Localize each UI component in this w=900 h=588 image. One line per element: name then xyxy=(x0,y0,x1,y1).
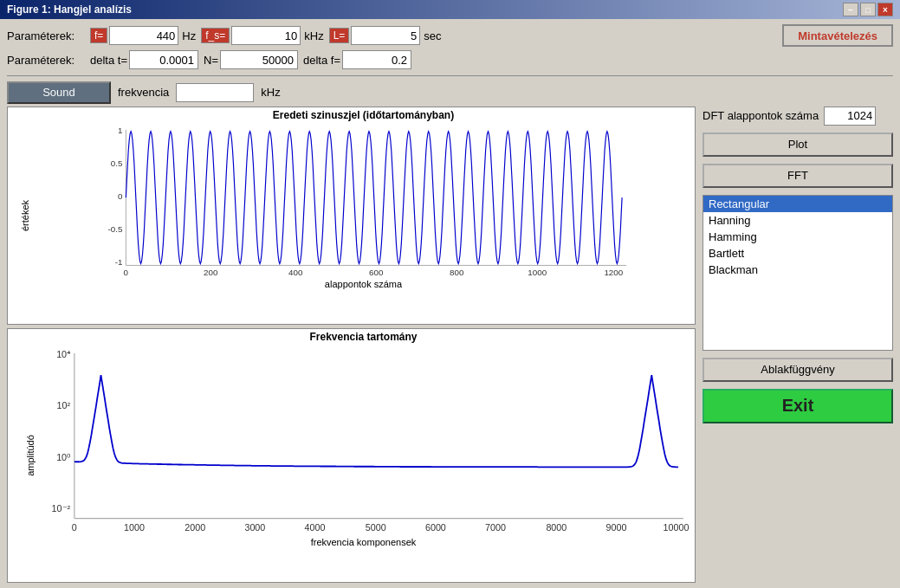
divider-1 xyxy=(7,75,893,77)
delta-f-value: 0.2 xyxy=(342,50,411,69)
N-value: 50000 xyxy=(220,50,298,69)
svg-text:0: 0 xyxy=(124,268,129,277)
svg-text:6000: 6000 xyxy=(425,522,446,533)
plot-button[interactable]: Plot xyxy=(703,132,893,157)
N-label: N= xyxy=(204,54,218,67)
L-key: L= xyxy=(329,28,350,43)
params-label-2: Paraméterek: xyxy=(7,54,85,67)
L-value-display: 5 xyxy=(351,26,420,45)
controls-row: Sound frekvencia kHz xyxy=(7,81,893,103)
chart2-ylabel: amplitúdó xyxy=(25,435,36,476)
fft-button[interactable]: FFT xyxy=(703,164,893,188)
window-title: Figure 1: Hangjel analízis xyxy=(7,3,132,16)
minimize-button[interactable]: − xyxy=(843,3,858,16)
maximize-button[interactable]: □ xyxy=(860,3,876,16)
delta-f-label: delta f= xyxy=(303,54,340,67)
chart1-ylabel: értékek xyxy=(20,200,30,231)
svg-text:7000: 7000 xyxy=(485,522,506,533)
svg-text:10⁻²: 10⁻² xyxy=(52,503,71,514)
svg-text:5000: 5000 xyxy=(366,522,386,533)
svg-text:4000: 4000 xyxy=(305,522,326,533)
fs-unit: kHz xyxy=(304,29,323,42)
svg-text:0.5: 0.5 xyxy=(111,158,123,168)
N-group: N= 50000 xyxy=(204,50,298,69)
params-row-1: Paraméterek: f= 440 Hz f_s= 10 kHz L= 5 … xyxy=(7,24,893,47)
svg-text:10⁴: 10⁴ xyxy=(56,348,71,359)
delta-t-group: delta t= 0.0001 xyxy=(90,50,198,69)
svg-text:1000: 1000 xyxy=(528,268,547,277)
svg-text:0: 0 xyxy=(72,522,77,533)
window-function-button[interactable]: Ablakfüggvény xyxy=(703,358,893,382)
chart1-svg: 1 0.5 0 -0.5 -1 0 200 400 600 800 1000 1… xyxy=(32,121,695,291)
fs-value-display: 10 xyxy=(231,26,301,45)
params-row-2: Paraméterek: delta t= 0.0001 N= 50000 de… xyxy=(7,49,893,71)
svg-text:10⁰: 10⁰ xyxy=(56,452,71,462)
chart2-xlabel: frekvencia komponensek xyxy=(32,537,695,549)
chart2-svg: 10⁴ 10² 10⁰ 10⁻² 0 1000 2000 3000 4000 5… xyxy=(32,343,695,549)
svg-text:2000: 2000 xyxy=(185,522,205,533)
svg-text:0: 0 xyxy=(118,191,123,201)
svg-text:-1: -1 xyxy=(115,257,123,267)
time-domain-chart: Eredeti szinuszjel (időtartományban) 1 0… xyxy=(7,107,696,325)
freq-label: frekvencia xyxy=(118,86,169,99)
freq-key: f= xyxy=(90,28,107,43)
svg-text:800: 800 xyxy=(450,268,464,277)
window-list[interactable]: RectangularHanningHammingBartlettBlackma… xyxy=(703,195,893,351)
svg-text:3000: 3000 xyxy=(244,522,265,533)
title-bar: Figure 1: Hangjel analízis − □ × xyxy=(0,0,900,19)
fs-group: f_s= 10 kHz xyxy=(201,26,323,45)
L-unit: sec xyxy=(424,29,441,42)
charts-area: Eredeti szinuszjel (időtartományban) 1 0… xyxy=(7,107,696,583)
delta-t-label: delta t= xyxy=(90,54,127,67)
main-area: Eredeti szinuszjel (időtartományban) 1 0… xyxy=(7,107,893,583)
svg-text:9000: 9000 xyxy=(606,522,627,533)
dft-row: DFT alappontok száma xyxy=(703,107,893,126)
svg-text:10²: 10² xyxy=(57,400,71,410)
freq-unit-khz: kHz xyxy=(261,86,280,99)
exit-button[interactable]: Exit xyxy=(703,389,893,423)
params-label-1: Paraméterek: xyxy=(7,29,85,42)
svg-text:200: 200 xyxy=(204,268,218,277)
svg-text:1200: 1200 xyxy=(604,268,623,277)
close-button[interactable]: × xyxy=(877,3,893,16)
window-item[interactable]: Hanning xyxy=(703,212,892,229)
window-item[interactable]: Bartlett xyxy=(703,245,892,262)
svg-text:8000: 8000 xyxy=(546,522,567,533)
svg-text:600: 600 xyxy=(369,268,384,277)
svg-text:-0.5: -0.5 xyxy=(108,224,123,234)
window-item[interactable]: Hamming xyxy=(703,229,892,245)
sample-button[interactable]: Mintavételezés xyxy=(782,24,893,47)
L-group: L= 5 sec xyxy=(329,26,442,45)
delta-f-group: delta f= 0.2 xyxy=(303,50,411,69)
svg-text:400: 400 xyxy=(288,268,303,277)
delta-t-value: 0.0001 xyxy=(129,50,198,69)
chart1-xlabel: alappontok száma xyxy=(32,279,695,291)
sound-button[interactable]: Sound xyxy=(7,81,111,104)
right-panel: DFT alappontok száma Plot FFT Rectangula… xyxy=(703,107,893,583)
freq-value-display: 440 xyxy=(109,26,178,45)
freq-domain-chart: Frekvencia tartomány 10⁴ 10² 10⁰ 10⁻² 0 … xyxy=(7,328,696,583)
fs-key: f_s= xyxy=(201,28,230,43)
svg-text:1000: 1000 xyxy=(124,522,145,533)
svg-text:1: 1 xyxy=(118,126,122,135)
chart1-title: Eredeti szinuszjel (időtartományban) xyxy=(32,107,695,121)
window-item[interactable]: Rectangular xyxy=(703,196,892,212)
svg-text:10000: 10000 xyxy=(664,522,690,533)
dft-input[interactable] xyxy=(824,107,876,126)
window-item[interactable]: Blackman xyxy=(703,262,892,278)
freq-input[interactable] xyxy=(176,83,254,102)
dft-label: DFT alappontok száma xyxy=(703,109,819,122)
chart2-title: Frekvencia tartomány xyxy=(32,329,695,343)
freq-group: f= 440 Hz xyxy=(90,26,196,45)
freq-unit: Hz xyxy=(182,29,196,42)
